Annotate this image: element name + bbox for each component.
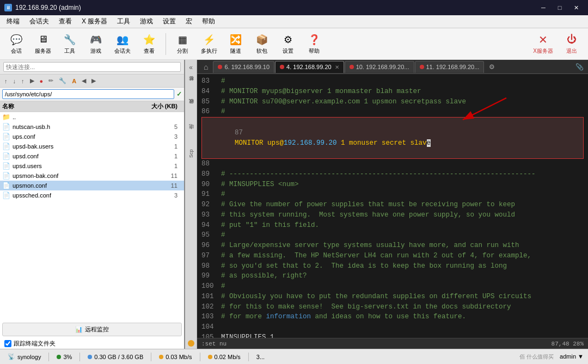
side-icons-panel: « 标签 收藏 嗯！ Scp	[185, 60, 197, 349]
file-row[interactable]: 📄upsd.users1	[0, 161, 184, 171]
side-fav-btn[interactable]: 收藏	[186, 97, 197, 119]
file-row[interactable]: 📄upsmon.conf11	[0, 181, 184, 190]
toolbar-view[interactable]: ⭐ 查看	[137, 31, 161, 57]
maximize-button[interactable]: □	[552, 2, 567, 13]
file-size: 5	[144, 124, 182, 130]
fb-wrench[interactable]: 🔧	[57, 76, 69, 85]
term-line-83: 83 #	[201, 76, 584, 87]
side-dot-btn[interactable]	[188, 340, 194, 347]
term-line-99: 99 # as possible, right?	[201, 271, 584, 281]
xserver-icon: ✕	[537, 33, 550, 46]
fb-down[interactable]: ↓	[11, 77, 19, 85]
path-input[interactable]	[2, 89, 174, 99]
tools-icon: 🔧	[63, 33, 76, 46]
term-line-85: 85 # MONITOR su700@server.example.com 1 …	[201, 97, 584, 107]
status-sep-5	[248, 353, 249, 361]
tab-4-dot	[420, 65, 424, 69]
menu-item-会话夫[interactable]: 会话夫	[25, 16, 53, 27]
term-status-right: 87,48 28%	[552, 341, 584, 347]
file-icon: 📁	[2, 113, 10, 121]
fb-up2[interactable]: ↑	[19, 77, 27, 85]
terminal-content[interactable]: 83 # 84 # MONITOR myups@bigserver 1 monm…	[197, 74, 588, 338]
term-line-90: 90 # MINSUPPLIES <num>	[201, 180, 584, 190]
fb-play2[interactable]: ▶	[89, 76, 98, 85]
toolbar-session2[interactable]: 👥 会话夫	[110, 31, 135, 57]
toolbar-help[interactable]: ❓ 帮助	[302, 31, 326, 57]
fb-text[interactable]: A	[70, 77, 78, 85]
side-scp-btn[interactable]: Scp	[186, 143, 197, 164]
menu-item-工具[interactable]: 工具	[113, 16, 134, 27]
server-icon: 🖥	[36, 33, 50, 46]
term-line-100: 100 #	[201, 281, 584, 292]
file-icon: 📄	[2, 192, 10, 199]
tab-2-dot	[280, 65, 284, 69]
toolbar-server[interactable]: 🖥 服务器	[30, 31, 56, 57]
memory-indicator	[88, 355, 92, 359]
menu-item-查看[interactable]: 查看	[54, 16, 76, 27]
toolbar-settings[interactable]: ⚙ 设置	[276, 31, 300, 57]
toolbar-session[interactable]: 💬 会话	[4, 31, 28, 57]
fb-play[interactable]: ▶	[28, 76, 36, 85]
tab-3[interactable]: 10. 192.168.99.20...	[345, 61, 414, 73]
misc-value: 3...	[256, 354, 265, 360]
file-size: 3	[144, 192, 182, 199]
upload-indicator	[159, 355, 163, 359]
menu-item-帮助[interactable]: 帮助	[198, 16, 219, 27]
help-icon: ❓	[308, 33, 321, 46]
menu-item-设置[interactable]: 设置	[158, 16, 180, 27]
file-row[interactable]: 📄upsmon-bak.conf11	[0, 171, 184, 181]
download-indicator	[208, 355, 212, 359]
file-name: ..	[13, 114, 144, 120]
fb-stop[interactable]: ●	[38, 77, 46, 85]
close-button[interactable]: ✕	[568, 2, 584, 13]
toolbar-tunnel[interactable]: 🔀 隧道	[224, 31, 248, 57]
status-right-area: 佰 什么值得买 admin ▼	[519, 353, 584, 361]
tab-1[interactable]: 6. 192.168.99.10	[213, 61, 274, 73]
side-collapse-btn[interactable]: «	[186, 62, 197, 73]
fb-edit[interactable]: ✏	[46, 76, 56, 85]
tabs-home[interactable]: ⌂	[199, 63, 212, 71]
quickconnect-input[interactable]	[3, 62, 181, 72]
minimize-button[interactable]: ─	[536, 2, 551, 13]
file-icon: 📄	[2, 123, 10, 131]
file-row[interactable]: 📄nutscan-usb.h5	[0, 122, 184, 132]
tab-2-close[interactable]: ✕	[335, 64, 339, 70]
toolbar-quit[interactable]: ⏻ 退出	[560, 31, 584, 57]
toolbar-xserver[interactable]: ✕ X服务器	[529, 31, 558, 57]
menu-item-宏[interactable]: 宏	[181, 16, 197, 27]
filebrowser-toolbar: ↑ ↓ ↑ ▶ ● ✏ 🔧 A ◀ ▶	[0, 75, 184, 88]
left-panel: ↑ ↓ ↑ ▶ ● ✏ 🔧 A ◀ ▶ ✓ 名称 大小 (KB) 📁..📄nut…	[0, 60, 185, 349]
file-row[interactable]: 📄upsd-bak.users1	[0, 141, 184, 151]
file-row[interactable]: 📄upssched.conf3	[0, 190, 184, 200]
monitor-chart-icon: 📊	[75, 326, 83, 333]
col-name-header: 名称	[2, 102, 144, 110]
toolbar-games[interactable]: 🎮 游戏	[84, 31, 108, 57]
admin-label[interactable]: admin ▼	[560, 353, 584, 360]
tab-2[interactable]: 4. 192.168.99.20 ✕	[275, 61, 344, 73]
menu-item-终端[interactable]: 终端	[2, 16, 24, 27]
toolbar-split[interactable]: ▦ 分割	[170, 31, 194, 57]
toolbar-multiexec[interactable]: ⚡ 多执行	[197, 31, 222, 57]
fb-back[interactable]: ◀	[79, 76, 88, 85]
file-size: 1	[144, 163, 182, 169]
file-row[interactable]: 📄ups.conf3	[0, 132, 184, 141]
file-icon: 📄	[2, 172, 10, 180]
follow-checkbox-input[interactable]	[4, 340, 11, 347]
status-memory: 0.30 GB / 3.60 GB	[84, 354, 146, 360]
menu-item-游戏[interactable]: 游戏	[136, 16, 157, 27]
tab-1-label: 6. 192.168.99.10	[224, 64, 270, 70]
remote-monitor-button[interactable]: 📊 远程监控	[2, 323, 182, 336]
tabs-attach[interactable]: 📎	[573, 63, 586, 71]
file-row[interactable]: 📁..	[0, 112, 184, 122]
file-row[interactable]: 📄upsd.conf1	[0, 151, 184, 161]
fb-up[interactable]: ↑	[2, 77, 10, 85]
synology-label: synology	[17, 354, 41, 360]
side-tags-btn[interactable]: 标签	[186, 74, 197, 96]
tab-4[interactable]: 11. 192.168.99.20...	[415, 61, 485, 73]
side-hmm-btn[interactable]: 嗯！	[186, 120, 197, 141]
toolbar-separator	[166, 33, 166, 55]
toolbar-tools[interactable]: 🔧 工具	[58, 31, 82, 57]
tabs-more[interactable]: ⚙	[486, 63, 498, 71]
toolbar-package[interactable]: 📦 软包	[250, 31, 274, 57]
menu-item-X 服务器[interactable]: X 服务器	[77, 16, 112, 27]
